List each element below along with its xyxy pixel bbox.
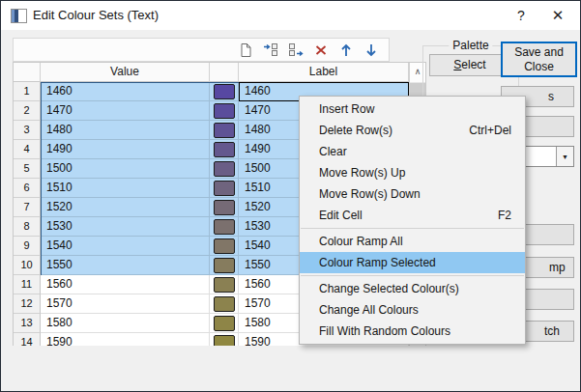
menu-item-label: Fill With Random Colours bbox=[319, 324, 450, 338]
row-number-cell[interactable]: 11 bbox=[14, 275, 41, 294]
menu-item-label: Move Row(s) Down bbox=[319, 187, 421, 201]
colour-swatch[interactable] bbox=[214, 123, 235, 138]
value-cell[interactable]: 1470 bbox=[41, 101, 210, 121]
row-number-cell[interactable]: 2 bbox=[14, 101, 41, 121]
menu-item-shortcut: Ctrl+Del bbox=[469, 124, 511, 137]
colour-swatch[interactable] bbox=[214, 238, 235, 254]
value-cell[interactable]: 1510 bbox=[41, 179, 210, 198]
header-value[interactable]: Value bbox=[41, 63, 210, 82]
colour-swatch[interactable] bbox=[214, 181, 235, 196]
row-number-cell[interactable]: 4 bbox=[14, 140, 41, 159]
colour-swatch[interactable] bbox=[214, 316, 235, 331]
new-table-icon[interactable] bbox=[238, 42, 253, 58]
row-number-cell[interactable]: 1 bbox=[14, 82, 41, 101]
value-cell[interactable]: 1480 bbox=[41, 121, 210, 140]
menu-item-colour-ramp-all[interactable]: Colour Ramp All bbox=[300, 231, 525, 252]
selection-outline-top bbox=[41, 82, 409, 83]
menu-item-move-row-s-down[interactable]: Move Row(s) Down bbox=[300, 183, 525, 205]
menu-item-change-all-colours[interactable]: Change All Colours bbox=[300, 299, 525, 321]
colour-cell[interactable] bbox=[210, 179, 239, 198]
grid-header: Value Label bbox=[14, 63, 425, 82]
row-number-cell[interactable]: 9 bbox=[14, 237, 41, 256]
menu-item-insert-row[interactable]: Insert Row bbox=[300, 98, 525, 120]
colour-cell[interactable] bbox=[210, 121, 239, 140]
value-cell[interactable]: 1590 bbox=[41, 333, 210, 346]
row-number-cell[interactable]: 10 bbox=[14, 256, 41, 275]
insert-row-before-icon[interactable] bbox=[263, 42, 278, 58]
value-cell[interactable]: 1540 bbox=[41, 237, 210, 256]
help-button[interactable]: ? bbox=[507, 1, 536, 30]
colour-cell[interactable] bbox=[210, 82, 239, 101]
right-panel-button-text: mp bbox=[549, 261, 566, 274]
colour-cell[interactable] bbox=[210, 217, 239, 237]
chevron-down-icon[interactable]: ▼ bbox=[556, 147, 573, 166]
menu-item-label: Edit Cell bbox=[319, 209, 363, 222]
menu-item-change-selected-colour-s[interactable]: Change Selected Colour(s) bbox=[300, 278, 525, 299]
palette-select-button[interactable]: Select bbox=[429, 54, 510, 76]
colour-swatch[interactable] bbox=[214, 335, 235, 347]
app-icon bbox=[11, 9, 27, 23]
value-cell[interactable]: 1490 bbox=[41, 140, 210, 159]
colour-cell[interactable] bbox=[210, 140, 239, 159]
value-cell[interactable]: 1460 bbox=[41, 82, 210, 101]
colour-cell[interactable] bbox=[210, 314, 239, 333]
colour-cell[interactable] bbox=[210, 294, 239, 314]
row-number-cell[interactable]: 8 bbox=[14, 217, 41, 237]
value-cell[interactable]: 1500 bbox=[41, 159, 210, 179]
menu-item-move-row-s-up[interactable]: Move Row(s) Up bbox=[300, 162, 525, 183]
colour-swatch[interactable] bbox=[214, 103, 235, 119]
menu-item-label: Insert Row bbox=[319, 102, 374, 116]
menu-item-fill-with-random-colours[interactable]: Fill With Random Colours bbox=[300, 321, 525, 342]
row-number-cell[interactable]: 14 bbox=[14, 333, 41, 346]
menu-separator bbox=[301, 228, 524, 229]
colour-cell[interactable] bbox=[210, 256, 239, 275]
menu-item-label: Colour Ramp Selected bbox=[319, 256, 436, 269]
value-cell[interactable]: 1520 bbox=[41, 198, 210, 217]
value-cell[interactable]: 1530 bbox=[41, 217, 210, 237]
colour-swatch[interactable] bbox=[214, 277, 235, 293]
colour-swatch[interactable] bbox=[214, 258, 235, 273]
row-number-cell[interactable]: 5 bbox=[14, 159, 41, 179]
menu-item-edit-cell[interactable]: Edit CellF2 bbox=[300, 205, 525, 226]
close-button[interactable]: ✕ bbox=[543, 1, 572, 30]
colour-swatch[interactable] bbox=[214, 296, 235, 312]
colour-swatch[interactable] bbox=[214, 142, 235, 157]
row-number-cell[interactable]: 3 bbox=[14, 121, 41, 140]
colour-cell[interactable] bbox=[210, 101, 239, 121]
menu-item-shortcut: F2 bbox=[498, 209, 511, 222]
insert-row-after-icon[interactable] bbox=[288, 42, 304, 58]
delete-rows-icon[interactable] bbox=[313, 42, 329, 58]
menu-item-label: Change Selected Colour(s) bbox=[319, 282, 459, 295]
colour-swatch[interactable] bbox=[214, 161, 235, 177]
colour-swatch[interactable] bbox=[214, 219, 235, 235]
move-row-up-icon[interactable] bbox=[338, 42, 354, 58]
header-label[interactable]: Label bbox=[239, 63, 409, 82]
colour-swatch[interactable] bbox=[214, 84, 235, 99]
row-number-cell[interactable]: 13 bbox=[14, 314, 41, 333]
move-row-down-icon[interactable] bbox=[363, 42, 379, 58]
row-number-cell[interactable]: 12 bbox=[14, 294, 41, 314]
menu-item-label: Move Row(s) Up bbox=[319, 166, 405, 180]
colour-cell[interactable] bbox=[210, 198, 239, 217]
value-cell[interactable]: 1560 bbox=[41, 275, 210, 294]
row-number-cell[interactable]: 7 bbox=[14, 198, 41, 217]
save-and-close-button[interactable]: Save and Close bbox=[501, 42, 577, 77]
value-cell[interactable]: 1580 bbox=[41, 314, 210, 333]
menu-item-label: Clear bbox=[319, 145, 347, 158]
colour-cell[interactable] bbox=[210, 237, 239, 256]
right-panel-button-text: tch bbox=[544, 324, 560, 338]
menu-item-clear[interactable]: Clear bbox=[300, 141, 525, 162]
colour-cell[interactable] bbox=[210, 159, 239, 179]
right-panel-button-text: s bbox=[548, 90, 554, 103]
menu-item-label: Delete Row(s) bbox=[319, 124, 392, 137]
window-title: Edit Colour Sets (Text) bbox=[33, 8, 159, 22]
value-cell[interactable]: 1570 bbox=[41, 294, 210, 314]
menu-item-delete-row-s[interactable]: Delete Row(s)Ctrl+Del bbox=[300, 120, 525, 141]
value-cell[interactable]: 1550 bbox=[41, 256, 210, 275]
selection-outline-left bbox=[41, 82, 42, 275]
colour-swatch[interactable] bbox=[214, 200, 235, 215]
colour-cell[interactable] bbox=[210, 333, 239, 346]
menu-item-colour-ramp-selected[interactable]: Colour Ramp Selected bbox=[300, 252, 525, 273]
colour-cell[interactable] bbox=[210, 275, 239, 294]
row-number-cell[interactable]: 6 bbox=[14, 179, 41, 198]
